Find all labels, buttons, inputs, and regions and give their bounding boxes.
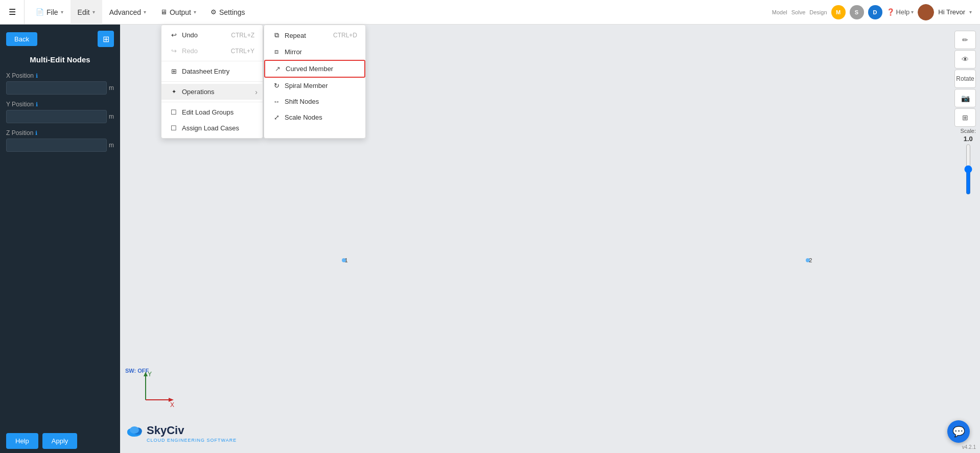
x-position-input[interactable] <box>6 81 107 95</box>
right-toolbar: ✏ 👁 Rotate 📷 ⊞ <box>954 31 976 127</box>
nav-settings[interactable]: ⚙ Settings <box>203 0 252 25</box>
svg-marker-1 <box>144 372 148 376</box>
undo-shortcut: CTRL+Z <box>231 32 254 39</box>
y-position-row: m <box>6 110 114 123</box>
operations-label: Operations <box>182 88 215 96</box>
operations-icon: ✦ <box>170 88 178 95</box>
model-label: Model <box>772 9 787 15</box>
y-position-info-icon[interactable]: ℹ <box>36 101 38 108</box>
monitor-icon: 🖥 <box>160 8 167 16</box>
chevron-down-icon: ▾ <box>92 9 95 15</box>
submenu-item-mirror[interactable]: ⧈ Mirror <box>264 43 365 60</box>
help-button[interactable]: ❓ Help ▾ <box>886 8 914 16</box>
assign-load-cases-icon: ☐ <box>170 124 178 132</box>
user-greeting: Hi Trevor <box>938 8 965 16</box>
menu-item-operations[interactable]: ✦ Operations <box>161 84 263 100</box>
assign-load-cases-label: Assign Load Cases <box>182 124 239 132</box>
mirror-label: Mirror <box>285 48 302 56</box>
chevron-down-icon: ▾ <box>61 9 63 15</box>
solve-label: Solve <box>791 9 806 15</box>
shift-nodes-icon: ↔ <box>272 98 281 105</box>
skyciv-logo: SkyCiv CLOUD ENGINEERING SOFTWARE <box>125 423 237 443</box>
nav-output-label: Output <box>170 8 191 16</box>
scale-label: Scale: <box>960 128 976 134</box>
menu-item-undo[interactable]: ↩ Undo CTRL+Z <box>161 27 263 43</box>
avatar <box>918 4 934 20</box>
dropdown-container: ↩ Undo CTRL+Z ↪ Redo CTRL+Y ⊞ Datasheet … <box>161 25 366 139</box>
nav-right: Model Solve Design M S D ❓ Help ▾ Hi Tre… <box>764 4 980 20</box>
nav-advanced[interactable]: Advanced ▾ <box>102 0 153 25</box>
skyciv-cloud-icon <box>125 423 144 438</box>
z-position-info-icon[interactable]: ℹ <box>35 130 37 137</box>
user-area[interactable]: Hi Trevor ▾ <box>918 4 972 20</box>
back-button[interactable]: Back <box>6 32 37 46</box>
edit-dropdown: ↩ Undo CTRL+Z ↪ Redo CTRL+Y ⊞ Datasheet … <box>161 25 263 139</box>
z-position-row: m <box>6 139 114 152</box>
y-position-unit: m <box>109 113 114 120</box>
scale-nodes-icon: ⤢ <box>272 114 281 121</box>
datasheet-label: Datasheet Entry <box>182 67 229 75</box>
z-position-unit: m <box>109 142 114 149</box>
nav-edit-label: Edit <box>78 8 90 16</box>
model-badge[interactable]: M <box>831 5 846 19</box>
menu-item-assign-load-cases[interactable]: ☐ Assign Load Cases <box>161 120 263 136</box>
node-1-label: 1 <box>345 257 348 263</box>
nav-settings-label: Settings <box>219 8 245 16</box>
spiral-member-icon: ↻ <box>272 82 281 89</box>
solve-badge[interactable]: S <box>850 5 864 19</box>
edit-load-groups-icon: ☐ <box>170 108 178 116</box>
y-position-input[interactable] <box>6 110 107 123</box>
chevron-down-icon: ▾ <box>969 9 972 15</box>
repeat-label: Repeat <box>285 32 306 39</box>
sidebar-back-row: Back ⊞ <box>0 25 120 53</box>
node-2[interactable]: 2 <box>806 258 810 262</box>
logo-sub: CLOUD ENGINEERING SOFTWARE <box>125 438 237 443</box>
submenu-item-repeat[interactable]: ⧉ Repeat CTRL+D <box>264 27 365 43</box>
redo-shortcut: CTRL+Y <box>231 48 254 55</box>
gear-icon: ⚙ <box>211 8 217 16</box>
submenu-item-spiral-member[interactable]: ↻ Spiral Member <box>264 78 365 94</box>
views-button[interactable]: 👁 <box>954 50 976 69</box>
nav-advanced-label: Advanced <box>109 8 141 16</box>
rotate-button[interactable]: Rotate <box>954 70 976 88</box>
screenshot-button[interactable]: 📷 <box>954 89 976 107</box>
curved-member-icon: ↗ <box>273 65 282 73</box>
submenu-item-scale-nodes[interactable]: ⤢ Scale Nodes <box>264 109 365 125</box>
node-1[interactable]: 1 <box>342 258 346 262</box>
chat-bubble[interactable]: 💬 <box>947 420 970 443</box>
help-label: Help <box>896 8 910 16</box>
menu-item-edit-load-groups[interactable]: ☐ Edit Load Groups <box>161 104 263 120</box>
hamburger-menu[interactable]: ☰ <box>0 0 25 25</box>
apply-btn[interactable]: Apply <box>42 433 78 449</box>
scale-value: 1.0 <box>964 135 973 143</box>
curved-member-label: Curved Member <box>286 65 333 73</box>
submenu-item-curved-member[interactable]: ↗ Curved Member <box>264 60 365 78</box>
hamburger-icon: ☰ <box>9 7 16 17</box>
operations-submenu: ⧉ Repeat CTRL+D ⧈ Mirror ↗ Curved Member… <box>264 25 366 139</box>
help-btn[interactable]: Help <box>6 433 38 449</box>
layers-button[interactable]: ⊞ <box>954 108 976 127</box>
pencil-tool-button[interactable]: ✏ <box>954 31 976 49</box>
grid-button[interactable]: ⊞ <box>98 31 114 47</box>
design-badge[interactable]: D <box>868 5 882 19</box>
menu-item-redo[interactable]: ↪ Redo CTRL+Y <box>161 43 263 59</box>
submenu-item-shift-nodes[interactable]: ↔ Shift Nodes <box>264 94 365 109</box>
nav-file[interactable]: 📄 File ▾ <box>29 0 71 25</box>
svg-text:X: X <box>170 401 174 409</box>
x-position-info-icon[interactable]: ℹ <box>36 73 38 79</box>
menu-item-datasheet-entry[interactable]: ⊞ Datasheet Entry <box>161 63 263 79</box>
redo-icon: ↪ <box>170 47 178 55</box>
sidebar-fields: X Position ℹ m Y Position ℹ m Z Position… <box>0 72 120 162</box>
edit-load-groups-label: Edit Load Groups <box>182 108 234 116</box>
z-position-label: Z Position ℹ <box>6 129 114 137</box>
scale-slider[interactable] <box>964 144 972 195</box>
chevron-down-icon: ▾ <box>911 9 914 15</box>
help-icon: ❓ <box>886 8 895 16</box>
nav-output[interactable]: 🖥 Output ▾ <box>153 0 203 25</box>
redo-label: Redo <box>182 47 198 55</box>
chevron-down-icon: ▾ <box>194 9 196 15</box>
repeat-shortcut: CTRL+D <box>333 32 357 39</box>
z-position-input[interactable] <box>6 139 107 152</box>
nav-edit[interactable]: Edit ▾ <box>71 0 102 25</box>
design-label: Design <box>809 9 827 15</box>
